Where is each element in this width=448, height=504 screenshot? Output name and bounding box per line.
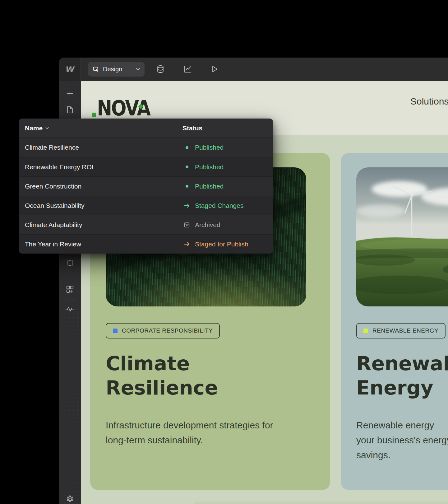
card-title: Climate Resilience [106, 352, 218, 400]
article-card-renewable-energy[interactable]: RENEWABLE ENERGY Renewable Energy Renewa… [341, 153, 448, 490]
row-status: Staged Changes [183, 202, 243, 210]
pages-icon[interactable] [66, 105, 74, 114]
activity-pulse-icon[interactable] [65, 305, 75, 313]
wind-turbines-image [356, 167, 448, 306]
card-description: Infrastructure development strategies fo… [106, 418, 273, 448]
name-column-header: Name [25, 124, 43, 132]
category-tag: RENEWABLE ENERGY [356, 323, 446, 338]
row-name: The Year in Review [19, 240, 81, 248]
dot-icon [183, 163, 191, 171]
cms-database-icon[interactable] [156, 65, 165, 73]
card-title: Renewable Energy [356, 352, 448, 400]
select-cursor-icon [93, 66, 99, 73]
row-name: Climate Adaptability [19, 221, 82, 229]
status-label: Archived [195, 221, 220, 229]
cms-table-body: Climate ResiliencePublishedRenewable Ene… [19, 138, 273, 254]
cms-row[interactable]: The Year in ReviewStaged for Publish [19, 234, 273, 254]
logo-wordmark: NOVA [97, 98, 150, 119]
arrow-right-icon [183, 240, 191, 248]
design-mode-label: Design [103, 66, 122, 73]
settings-gear-icon[interactable] [66, 494, 74, 503]
site-logo[interactable]: NOVA [92, 93, 163, 119]
cms-row[interactable]: Climate ResiliencePublished [19, 138, 273, 157]
arrow-right-icon [183, 202, 191, 210]
status-label: Staged Changes [195, 202, 243, 209]
top-toolbar: W Design [59, 58, 448, 81]
cms-row[interactable]: Climate AdaptabilityArchived [19, 215, 273, 234]
tag-swatch [363, 329, 368, 333]
status-label: Published [195, 183, 224, 190]
row-status: Published [183, 143, 224, 152]
tag-label: RENEWABLE ENERGY [372, 327, 438, 334]
next-section-hint [193, 502, 448, 504]
design-mode-button[interactable]: Design [88, 62, 145, 77]
webflow-logo-icon: W [65, 65, 75, 74]
nav-item-solutions[interactable]: Solutions [410, 96, 448, 107]
webflow-logo-button[interactable]: W [59, 58, 81, 81]
preview-play-icon[interactable] [210, 65, 219, 73]
name-column-sort[interactable]: Name [25, 124, 49, 132]
row-name: Renewable Energy ROI [19, 163, 94, 171]
status-label: Staged for Publish [195, 240, 248, 248]
cms-row[interactable]: Ocean SustainabilityStaged Changes [19, 196, 273, 215]
card-description: Renewable energy your business's energy … [356, 418, 448, 463]
cms-row[interactable]: Renewable Energy ROIPublished [19, 157, 273, 176]
analytics-icon[interactable] [183, 65, 192, 73]
cms-collection-panel: Name Status Climate ResiliencePublishedR… [19, 119, 273, 254]
add-element-icon[interactable] [66, 89, 74, 98]
logo-dot-accent [92, 113, 96, 117]
row-status: Archived [183, 221, 220, 229]
row-status: Published [183, 163, 224, 171]
row-name: Climate Resilience [19, 144, 79, 151]
category-tag: CORPORATE RESPONSIBILITY [106, 323, 220, 338]
row-status: Staged for Publish [183, 240, 248, 248]
status-column-header: Status [182, 124, 202, 132]
cms-row[interactable]: Green ConstructionPublished [19, 176, 273, 196]
components-add-icon[interactable] [66, 285, 74, 294]
screenshot-stage: W Design [0, 0, 448, 504]
status-label: Published [195, 144, 224, 151]
status-label: Published [195, 163, 224, 171]
sort-chevron-down-icon [45, 127, 49, 129]
chevron-down-icon [136, 68, 140, 71]
archive-box-icon [183, 221, 191, 229]
row-status: Published [183, 182, 224, 190]
library-book-icon[interactable] [66, 259, 74, 267]
tag-swatch [113, 329, 118, 333]
dot-icon [183, 143, 191, 152]
dot-icon [183, 182, 191, 190]
row-name: Green Construction [19, 183, 81, 190]
cms-table-header: Name Status [19, 119, 273, 138]
sidebar-divider [64, 300, 76, 300]
tag-label: CORPORATE RESPONSIBILITY [122, 327, 213, 334]
row-name: Ocean Sustainability [19, 202, 84, 209]
